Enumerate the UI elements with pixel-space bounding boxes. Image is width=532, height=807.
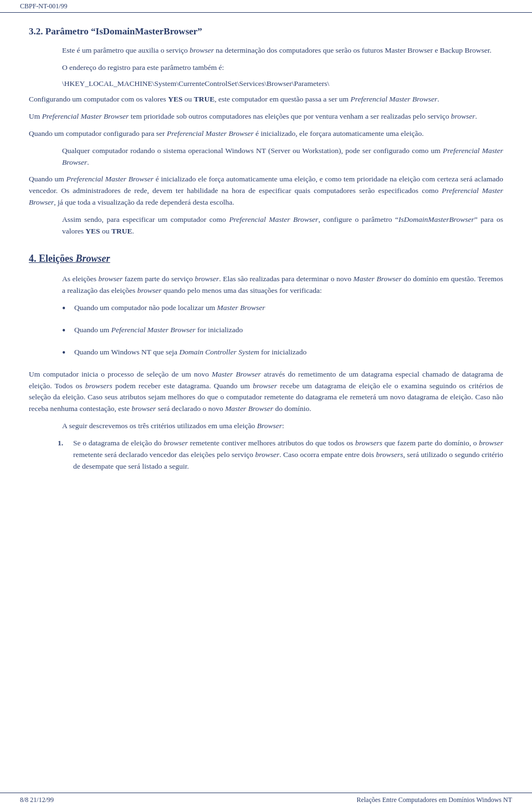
section32-p3: Configurando um computador com os valore…: [29, 94, 503, 105]
footer-right: Relações Entre Computadores em Domínios …: [356, 796, 512, 804]
list-item: • Quando um Peferencial Master Browser f…: [62, 324, 503, 339]
footer-left: 8/8 21/12/99: [20, 796, 54, 804]
section32-p2: O endereço do registro para este parâmet…: [62, 62, 503, 74]
list-item: • Quando um Windows NT que seja Domain C…: [62, 347, 503, 361]
section4-p1: As eleições browser fazem parte do servi…: [62, 273, 503, 297]
section4-p3: A seguir descrevemos os três critérios u…: [62, 420, 503, 432]
registry-path: \HKEY_LOCAL_MACHINE\System\CurrenteContr…: [62, 79, 503, 88]
numbered-list: 1. Se o datagrama de eleição do browser …: [58, 438, 503, 473]
bullet-icon: •: [62, 346, 74, 361]
section4-p2: Um computador inicia o processo de seleç…: [29, 369, 503, 415]
section32-p6: Qualquer computador rodando o sistema op…: [62, 145, 503, 169]
page: CBPF-NT-001/99 3.2. Parâmetro “IsDomainM…: [0, 0, 532, 807]
top-bar: CBPF-NT-001/99: [0, 0, 532, 13]
section32-p7: Quando um Preferencial Master Browser é …: [29, 174, 503, 209]
section4-title: 4. Eleições Browser: [29, 253, 503, 265]
main-content: 3.2. Parâmetro “IsDomainMasterBrowser” E…: [0, 13, 532, 511]
numbered-item: 1. Se o datagrama de eleição do browser …: [58, 438, 503, 473]
bullet-icon: •: [62, 301, 74, 317]
bullet-list: • Quando um computador não pode localiza…: [62, 302, 503, 361]
bullet-icon: •: [62, 323, 74, 339]
section32-title: 3.2. Parâmetro “IsDomainMasterBrowser”: [29, 26, 503, 37]
section32-p5: Quando um computador configurado para se…: [29, 128, 503, 140]
list-item: • Quando um computador não pode localiza…: [62, 302, 503, 317]
list-number: 1.: [58, 438, 73, 449]
section32-p8: Assim sendo, para especificar um computa…: [62, 214, 503, 237]
footer: 8/8 21/12/99 Relações Entre Computadores…: [0, 793, 532, 807]
section32-p4: Um Preferencial Master Browser tem prior…: [29, 111, 503, 123]
section32-p1: Este é um parâmetro que auxilia o serviç…: [62, 45, 503, 57]
doc-id: CBPF-NT-001/99: [20, 2, 68, 11]
